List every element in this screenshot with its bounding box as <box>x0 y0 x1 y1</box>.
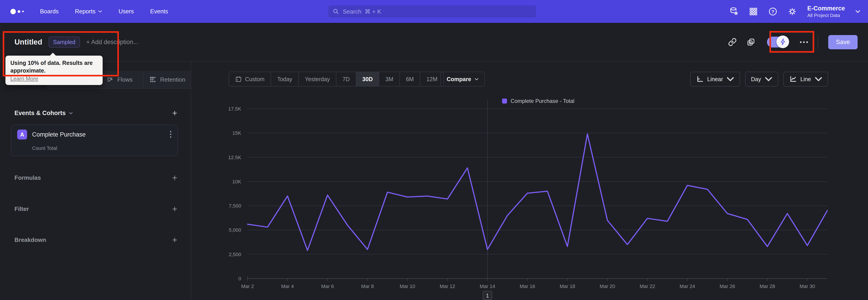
y-tick-label: 15K <box>232 130 241 136</box>
y-tick-label: 7,500 <box>229 203 241 209</box>
breakdown-section-label: Breakdown <box>14 237 46 243</box>
y-tick-label: 12.5K <box>228 155 241 160</box>
x-tick-label: Mar 22 <box>640 283 655 289</box>
nav-item-reports[interactable]: Reports <box>75 8 102 15</box>
add-formula-button[interactable]: + <box>172 173 177 182</box>
event-options-kebab[interactable] <box>170 131 171 138</box>
share-link-icon[interactable] <box>728 38 737 46</box>
series-line[interactable] <box>248 134 827 250</box>
x-tick-label: Mar 14 <box>480 283 495 289</box>
y-tick-label: 17.5K <box>228 106 241 112</box>
project-selector[interactable]: E-Commerce All Project Data <box>807 5 845 18</box>
x-tick-label: Mar 30 <box>800 283 815 289</box>
apps-grid-icon[interactable] <box>749 7 758 16</box>
sampled-badge[interactable]: Sampled <box>49 37 80 48</box>
save-button[interactable]: Save <box>828 35 858 49</box>
learn-more-link[interactable]: Learn More <box>10 76 38 82</box>
x-tick-label: Mar 4 <box>281 283 294 289</box>
more-options-button[interactable] <box>800 41 808 43</box>
formulas-section-label: Formulas <box>14 174 41 181</box>
help-icon[interactable]: ? <box>768 7 777 16</box>
chevron-down-icon <box>98 10 102 13</box>
x-tick-label: Mar 8 <box>361 283 374 289</box>
x-tick-label: Mar 2 <box>241 283 254 289</box>
flows-icon <box>106 76 114 83</box>
search-icon <box>333 8 339 15</box>
project-scope: All Project Data <box>807 13 845 18</box>
svg-text:?: ? <box>772 9 774 14</box>
settings-gear-icon[interactable] <box>788 7 797 16</box>
search-input[interactable] <box>343 8 532 15</box>
sampling-toggle[interactable] <box>767 37 788 48</box>
x-tick-label: Mar 18 <box>560 283 575 289</box>
nav-item-boards[interactable]: Boards <box>40 8 59 15</box>
top-nav-bar: Boards Reports Users Events ? E-Commerce <box>0 0 868 23</box>
report-title[interactable]: Untitled <box>14 38 42 46</box>
line-chart: 02,5005,0007,50010K12.5K15K17.5K1Mar 2Ma… <box>191 62 868 300</box>
x-tick-label: Mar 10 <box>400 283 415 289</box>
divider <box>818 35 818 49</box>
add-event-button[interactable]: + <box>172 109 177 117</box>
report-header-bar: Untitled Sampled + Add description... Sa… <box>0 23 868 62</box>
y-tick-label: 10K <box>232 179 241 184</box>
y-tick-label: 0 <box>239 276 241 281</box>
mixpanel-logo-icon[interactable] <box>10 9 24 14</box>
global-search[interactable] <box>328 5 536 18</box>
chart-panel: Custom Today Yesterday 7D 30D 3M 6M 12M … <box>191 62 868 300</box>
tooltip-text: Using 10% of data. Results are approxima… <box>10 59 98 74</box>
x-tick-label: Mar 12 <box>440 283 455 289</box>
x-tick-label: Mar 24 <box>680 283 695 289</box>
chevron-down-icon <box>69 112 73 114</box>
x-tick-label: Mar 16 <box>520 283 535 289</box>
event-metric[interactable]: Count Total <box>32 145 57 151</box>
events-cohorts-header[interactable]: Events & Cohorts <box>14 110 73 117</box>
nav-item-users[interactable]: Users <box>119 8 134 15</box>
y-tick-label: 5,000 <box>229 227 241 233</box>
retention-icon <box>149 76 157 83</box>
event-name[interactable]: Complete Purchase <box>32 131 86 138</box>
project-name: E-Commerce <box>807 5 845 12</box>
event-card-complete-purchase[interactable]: A Complete Purchase Count Total <box>11 125 178 156</box>
x-tick-label: Mar 26 <box>720 283 735 289</box>
nav-item-events[interactable]: Events <box>150 8 168 15</box>
add-filter-button[interactable]: + <box>172 205 177 213</box>
x-tick-label: Mar 20 <box>600 283 615 289</box>
sampling-tooltip: Using 10% of data. Results are approxima… <box>5 56 103 85</box>
toggle-knob <box>776 35 789 48</box>
event-letter-badge: A <box>17 129 27 140</box>
query-builder-sidebar: Insights Funnels Flows Retent <box>0 62 191 300</box>
data-management-icon[interactable] <box>730 7 739 16</box>
chevron-down-icon <box>855 10 860 13</box>
lightning-bolt-icon <box>780 38 786 45</box>
x-tick-label: Mar 6 <box>321 283 334 289</box>
tab-retention[interactable]: Retention <box>143 71 191 89</box>
filter-section-label: Filter <box>14 206 29 212</box>
annotation-marker-label: 1 <box>486 293 489 299</box>
x-tick-label: Mar 28 <box>760 283 775 289</box>
y-tick-label: 2,500 <box>229 251 241 257</box>
add-description-button[interactable]: + Add description... <box>86 39 138 46</box>
add-breakdown-button[interactable]: + <box>172 236 177 244</box>
add-to-board-icon[interactable] <box>747 38 755 46</box>
